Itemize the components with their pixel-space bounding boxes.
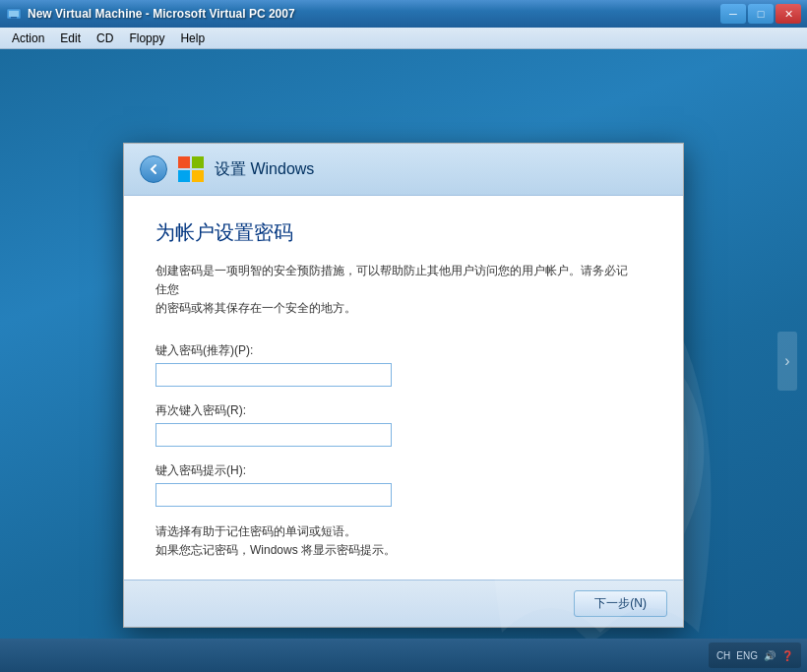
svg-rect-2 — [11, 17, 17, 19]
app-icon — [6, 6, 22, 22]
next-button[interactable]: 下一步(N) — [574, 590, 667, 617]
vpc-window: New Virtual Machine - Microsoft Virtual … — [0, 0, 807, 672]
menu-edit[interactable]: Edit — [52, 30, 89, 47]
language-indicator: CH — [716, 650, 730, 661]
question-icon[interactable]: ❓ — [781, 650, 793, 661]
hint-text: 请选择有助于记住密码的单词或短语。 如果您忘记密码，Windows 将显示密码提… — [155, 522, 652, 560]
ime-indicator: ENG — [736, 650, 758, 661]
password-input[interactable] — [155, 363, 392, 387]
dialog-body: 为帐户设置密码 创建密码是一项明智的安全预防措施，可以帮助防止其他用户访问您的用… — [124, 196, 683, 580]
description-line2: 的密码或将其保存在一个安全的地方。 — [155, 301, 356, 315]
field1-label: 键入密码(推荐)(P): — [155, 342, 652, 359]
svg-rect-3 — [178, 156, 190, 168]
taskbar: CH ENG 🔊 ❓ — [0, 639, 807, 672]
hint-line1: 请选择有助于记住密码的单词或短语。 — [155, 524, 356, 538]
svg-rect-4 — [192, 156, 204, 168]
maximize-button[interactable]: □ — [748, 4, 774, 24]
menu-bar: Action Edit CD Floppy Help — [0, 28, 807, 49]
menu-cd[interactable]: CD — [89, 30, 121, 47]
window-title: New Virtual Machine - Microsoft Virtual … — [28, 7, 720, 21]
window-controls: ─ □ ✕ — [720, 4, 801, 24]
side-arrow[interactable]: › — [777, 332, 797, 391]
system-tray: CH ENG 🔊 ❓ — [709, 642, 801, 668]
volume-icon[interactable]: 🔊 — [764, 650, 776, 661]
dialog-main-title: 为帐户设置密码 — [155, 219, 652, 246]
svg-rect-6 — [192, 170, 204, 182]
menu-help[interactable]: Help — [172, 30, 213, 47]
description-line1: 创建密码是一项明智的安全预防措施，可以帮助防止其他用户访问您的用户帐户。请务必记… — [155, 264, 628, 296]
menu-floppy[interactable]: Floppy — [121, 30, 172, 47]
back-button[interactable] — [140, 155, 167, 183]
vm-screen: › — [0, 49, 807, 672]
svg-rect-5 — [178, 170, 190, 182]
close-button[interactable]: ✕ — [776, 4, 801, 24]
menu-action[interactable]: Action — [4, 30, 52, 47]
hint-line2: 如果您忘记密码，Windows 将显示密码提示。 — [155, 543, 396, 557]
svg-rect-1 — [9, 11, 19, 17]
windows-icon — [177, 155, 205, 183]
confirm-password-input[interactable] — [155, 423, 392, 447]
field3-label: 键入密码提示(H): — [155, 462, 652, 479]
minimize-button[interactable]: ─ — [720, 4, 746, 24]
dialog-description: 创建密码是一项明智的安全预防措施，可以帮助防止其他用户访问您的用户帐户。请务必记… — [155, 262, 628, 319]
desktop: New Virtual Machine - Microsoft Virtual … — [0, 0, 807, 672]
dialog-header: 设置 Windows — [124, 144, 683, 196]
dialog-header-title: 设置 Windows — [215, 159, 314, 180]
field2-label: 再次键入密码(R): — [155, 402, 652, 419]
setup-dialog: 设置 Windows 为帐户设置密码 创建密码是一项明智的安全预防措施，可以帮助… — [123, 143, 684, 628]
password-hint-input[interactable] — [155, 483, 392, 507]
title-bar: New Virtual Machine - Microsoft Virtual … — [0, 0, 807, 28]
dialog-footer: 下一步(N) — [124, 580, 683, 627]
